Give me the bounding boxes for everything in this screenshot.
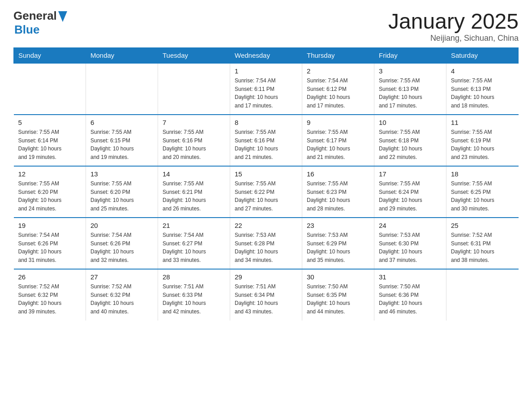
day-number: 18: [451, 170, 514, 178]
calendar-cell: 27Sunrise: 7:52 AMSunset: 6:32 PMDayligh…: [86, 269, 158, 321]
day-info: Sunrise: 7:53 AMSunset: 6:30 PMDaylight:…: [379, 231, 442, 264]
day-number: 29: [235, 273, 297, 281]
calendar-cell: 7Sunrise: 7:55 AMSunset: 6:16 PMDaylight…: [158, 115, 230, 166]
day-number: 3: [379, 67, 442, 75]
calendar-cell: 22Sunrise: 7:53 AMSunset: 6:28 PMDayligh…: [230, 218, 302, 269]
calendar-subtitle: Neijiang, Sichuan, China: [388, 34, 519, 43]
calendar-cell: 2Sunrise: 7:54 AMSunset: 6:12 PMDaylight…: [302, 63, 374, 115]
day-info: Sunrise: 7:54 AMSunset: 6:12 PMDaylight:…: [307, 77, 369, 110]
calendar-week-row: 26Sunrise: 7:52 AMSunset: 6:32 PMDayligh…: [14, 269, 519, 321]
weekday-header-wednesday: Wednesday: [230, 48, 302, 64]
day-number: 21: [163, 222, 225, 229]
calendar-cell: 5Sunrise: 7:55 AMSunset: 6:14 PMDaylight…: [14, 115, 86, 166]
calendar-cell: 14Sunrise: 7:55 AMSunset: 6:21 PMDayligh…: [158, 166, 230, 218]
day-info: Sunrise: 7:55 AMSunset: 6:17 PMDaylight:…: [307, 128, 369, 161]
day-number: 27: [90, 273, 153, 281]
calendar-cell: 16Sunrise: 7:55 AMSunset: 6:23 PMDayligh…: [302, 166, 374, 218]
day-info: Sunrise: 7:55 AMSunset: 6:15 PMDaylight:…: [90, 128, 153, 161]
calendar-cell: 25Sunrise: 7:52 AMSunset: 6:31 PMDayligh…: [446, 218, 519, 269]
calendar-cell: 24Sunrise: 7:53 AMSunset: 6:30 PMDayligh…: [374, 218, 446, 269]
calendar-week-row: 12Sunrise: 7:55 AMSunset: 6:20 PMDayligh…: [14, 166, 519, 218]
day-info: Sunrise: 7:55 AMSunset: 6:16 PMDaylight:…: [235, 128, 297, 161]
day-number: 31: [379, 273, 442, 281]
day-number: 2: [307, 67, 369, 75]
day-number: 8: [235, 119, 297, 126]
calendar-cell: 11Sunrise: 7:55 AMSunset: 6:19 PMDayligh…: [446, 115, 519, 166]
day-info: Sunrise: 7:55 AMSunset: 6:23 PMDaylight:…: [307, 180, 369, 213]
day-info: Sunrise: 7:54 AMSunset: 6:26 PMDaylight:…: [90, 231, 153, 264]
calendar-cell: 13Sunrise: 7:55 AMSunset: 6:20 PMDayligh…: [86, 166, 158, 218]
day-info: Sunrise: 7:55 AMSunset: 6:14 PMDaylight:…: [18, 128, 82, 161]
calendar-week-row: 1Sunrise: 7:54 AMSunset: 6:11 PMDaylight…: [14, 63, 519, 115]
calendar-cell: 29Sunrise: 7:51 AMSunset: 6:34 PMDayligh…: [230, 269, 302, 321]
day-number: 14: [163, 170, 225, 178]
day-info: Sunrise: 7:54 AMSunset: 6:11 PMDaylight:…: [235, 77, 297, 110]
day-info: Sunrise: 7:53 AMSunset: 6:29 PMDaylight:…: [307, 231, 369, 264]
day-number: 15: [235, 170, 297, 178]
calendar-table: SundayMondayTuesdayWednesdayThursdayFrid…: [13, 47, 519, 321]
day-info: Sunrise: 7:52 AMSunset: 6:31 PMDaylight:…: [451, 231, 514, 264]
calendar-cell: 30Sunrise: 7:50 AMSunset: 6:35 PMDayligh…: [302, 269, 374, 321]
calendar-cell: 3Sunrise: 7:55 AMSunset: 6:13 PMDaylight…: [374, 63, 446, 115]
logo-triangle-icon: [58, 11, 67, 22]
day-number: 1: [235, 67, 297, 75]
calendar-cell: 10Sunrise: 7:55 AMSunset: 6:18 PMDayligh…: [374, 115, 446, 166]
logo: GeneralBlue: [13, 9, 67, 37]
weekday-header-sunday: Sunday: [14, 48, 86, 64]
svg-marker-0: [58, 11, 67, 22]
calendar-title: January 2025: [388, 9, 519, 34]
day-info: Sunrise: 7:51 AMSunset: 6:34 PMDaylight:…: [235, 283, 297, 316]
calendar-cell: 28Sunrise: 7:51 AMSunset: 6:33 PMDayligh…: [158, 269, 230, 321]
day-number: 25: [451, 222, 514, 229]
day-info: Sunrise: 7:55 AMSunset: 6:19 PMDaylight:…: [451, 128, 514, 161]
day-number: 4: [451, 67, 514, 75]
logo-general-text: General: [13, 9, 57, 23]
day-info: Sunrise: 7:52 AMSunset: 6:32 PMDaylight:…: [18, 283, 82, 316]
day-info: Sunrise: 7:55 AMSunset: 6:16 PMDaylight:…: [163, 128, 225, 161]
title-section: January 2025Neijiang, Sichuan, China: [388, 9, 519, 43]
calendar-cell: 9Sunrise: 7:55 AMSunset: 6:17 PMDaylight…: [302, 115, 374, 166]
day-number: 20: [90, 222, 153, 229]
calendar-cell: 19Sunrise: 7:54 AMSunset: 6:26 PMDayligh…: [14, 218, 86, 269]
calendar-cell: 23Sunrise: 7:53 AMSunset: 6:29 PMDayligh…: [302, 218, 374, 269]
day-info: Sunrise: 7:55 AMSunset: 6:20 PMDaylight:…: [90, 180, 153, 213]
weekday-header-thursday: Thursday: [302, 48, 374, 64]
day-info: Sunrise: 7:55 AMSunset: 6:21 PMDaylight:…: [163, 180, 225, 213]
day-number: 28: [163, 273, 225, 281]
weekday-header-row: SundayMondayTuesdayWednesdayThursdayFrid…: [14, 48, 519, 64]
day-number: 22: [235, 222, 297, 229]
day-info: Sunrise: 7:50 AMSunset: 6:35 PMDaylight:…: [307, 283, 369, 316]
day-number: 26: [18, 273, 82, 281]
day-info: Sunrise: 7:55 AMSunset: 6:18 PMDaylight:…: [379, 128, 442, 161]
day-info: Sunrise: 7:55 AMSunset: 6:13 PMDaylight:…: [451, 77, 514, 110]
logo-blue-text: Blue: [14, 23, 39, 36]
day-info: Sunrise: 7:50 AMSunset: 6:36 PMDaylight:…: [379, 283, 442, 316]
calendar-cell: 6Sunrise: 7:55 AMSunset: 6:15 PMDaylight…: [86, 115, 158, 166]
calendar-cell: 1Sunrise: 7:54 AMSunset: 6:11 PMDaylight…: [230, 63, 302, 115]
calendar-cell: 17Sunrise: 7:55 AMSunset: 6:24 PMDayligh…: [374, 166, 446, 218]
calendar-cell: 8Sunrise: 7:55 AMSunset: 6:16 PMDaylight…: [230, 115, 302, 166]
calendar-cell: 12Sunrise: 7:55 AMSunset: 6:20 PMDayligh…: [14, 166, 86, 218]
day-info: Sunrise: 7:52 AMSunset: 6:32 PMDaylight:…: [90, 283, 153, 316]
calendar-header: SundayMondayTuesdayWednesdayThursdayFrid…: [14, 48, 519, 64]
calendar-cell: 31Sunrise: 7:50 AMSunset: 6:36 PMDayligh…: [374, 269, 446, 321]
calendar-cell: 21Sunrise: 7:54 AMSunset: 6:27 PMDayligh…: [158, 218, 230, 269]
day-number: 13: [90, 170, 153, 178]
calendar-week-row: 19Sunrise: 7:54 AMSunset: 6:26 PMDayligh…: [14, 218, 519, 269]
day-info: Sunrise: 7:54 AMSunset: 6:26 PMDaylight:…: [18, 231, 82, 264]
day-number: 10: [379, 119, 442, 126]
day-number: 11: [451, 119, 514, 126]
day-number: 19: [18, 222, 82, 229]
day-number: 6: [90, 119, 153, 126]
day-number: 12: [18, 170, 82, 178]
calendar-cell: [14, 63, 86, 115]
day-info: Sunrise: 7:55 AMSunset: 6:13 PMDaylight:…: [379, 77, 442, 110]
day-number: 24: [379, 222, 442, 229]
page-header: GeneralBlueJanuary 2025Neijiang, Sichuan…: [13, 9, 519, 43]
day-number: 9: [307, 119, 369, 126]
day-number: 16: [307, 170, 369, 178]
day-number: 17: [379, 170, 442, 178]
calendar-cell: [158, 63, 230, 115]
day-number: 7: [163, 119, 225, 126]
day-info: Sunrise: 7:51 AMSunset: 6:33 PMDaylight:…: [163, 283, 225, 316]
